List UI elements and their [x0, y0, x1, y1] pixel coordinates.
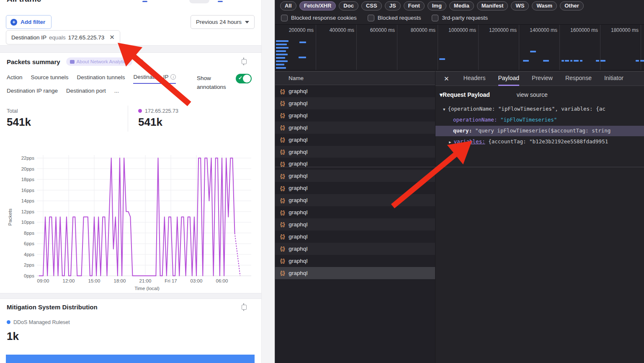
request-timeline-mark [600, 60, 605, 62]
filter-pill-other[interactable]: Other [560, 1, 584, 10]
request-row[interactable]: {;}graphql [275, 158, 435, 170]
ruler-tick-label: 1600000 ms [570, 27, 598, 33]
show-annotations-toggle[interactable]: ✓ [236, 74, 252, 83]
checkbox-label: Blocked requests [378, 15, 421, 21]
filter-pill-all[interactable]: All [280, 1, 296, 10]
tab-action[interactable]: Action [7, 74, 23, 84]
filter-value: 172.65.225.73 [68, 34, 104, 41]
add-filter-button[interactable]: + Add filter [6, 15, 52, 29]
request-row[interactable]: {;}graphql [275, 85, 435, 97]
request-timeline-mark [543, 60, 549, 62]
request-timeline-mark [299, 41, 306, 43]
svg-text:10pps: 10pps [21, 220, 35, 225]
json-braces-icon: {;} [280, 197, 284, 203]
scrollbar-gutter[interactable] [261, 0, 275, 363]
request-row[interactable]: {;}graphql [275, 109, 435, 122]
filter-pill-css[interactable]: CSS [361, 1, 382, 10]
checkbox-3rd-party-requests[interactable]: 3rd-party requests [432, 15, 488, 21]
filter-pill-media[interactable]: Media [449, 1, 474, 10]
total-value: 541k [7, 116, 31, 129]
filter-pill-manifest[interactable]: Manifest [477, 1, 508, 10]
expand-card-icon[interactable] [243, 57, 244, 65]
filter-chip[interactable]: Destination IP equals 172.65.225.73 ✕ [6, 30, 120, 44]
filter-pill-fetch-xhr[interactable]: Fetch/XHR [299, 1, 336, 10]
time-range-dropdown[interactable]: Previous 24 hours [191, 15, 255, 29]
request-row[interactable]: {;}graphql [275, 243, 435, 255]
request-row[interactable]: {;}graphql [275, 182, 435, 194]
ruler-segment: 1000000 ms [438, 25, 479, 70]
expand-triangle-icon[interactable]: ▶ [449, 140, 451, 144]
filter-pill-wasm[interactable]: Wasm [532, 1, 557, 10]
close-icon[interactable]: ✕ [444, 75, 449, 83]
ruler-segment: 1400000 ms [519, 25, 560, 70]
remove-filter-icon[interactable]: ✕ [109, 34, 115, 41]
request-timeline-mark [574, 60, 579, 62]
json-braces-icon: {;} [280, 233, 284, 239]
request-row[interactable]: {;}graphql [275, 231, 435, 243]
devtools-network-panel: AllFetch/XHRDocCSSJSFontImgMediaManifest… [275, 0, 644, 363]
svg-text:18pps: 18pps [21, 177, 35, 182]
request-name: graphql [289, 124, 307, 131]
request-payload-title[interactable]: ▾Request Payload [440, 91, 490, 98]
expand-card-icon[interactable] [243, 303, 244, 311]
request-row[interactable]: {;}graphql [275, 206, 435, 218]
tab--[interactable]: ... [114, 88, 119, 97]
tab-initiator[interactable]: Initiator [604, 71, 623, 86]
ruler-tick-label: 200000 ms [289, 27, 314, 33]
packets-summary-tabs-row2: Destination IP rangeDestination port... [7, 88, 119, 97]
tab-destination-ip-range[interactable]: Destination IP range [7, 88, 58, 97]
payload-variables-line[interactable]: ▶variables: {accountTag: "b12e3b2192ee55… [449, 138, 644, 145]
svg-text:16pps: 16pps [21, 188, 35, 193]
tab-payload[interactable]: Payload [498, 71, 520, 86]
request-row[interactable]: {;}graphql [275, 267, 435, 279]
checkbox-icon[interactable] [432, 15, 438, 21]
request-row[interactable]: {;}graphql [275, 122, 435, 134]
payload-query-line[interactable]: query: "query ipFlowTimeseries($accountT… [453, 127, 644, 134]
tab-response[interactable]: Response [565, 71, 592, 86]
checkbox-icon[interactable] [368, 15, 374, 21]
clipped-toolbar-artifact [142, 1, 147, 2]
json-braces-icon: {;} [280, 112, 284, 118]
mitigation-color-dot [7, 320, 10, 324]
network-timeline-overview[interactable]: 200000 ms400000 ms600000 ms800000 ms1000… [275, 24, 644, 70]
collapse-triangle-icon[interactable]: ▼ [443, 107, 445, 111]
request-row[interactable]: {;}graphql [275, 146, 435, 158]
series-legend: 172.65.225.73 [138, 108, 178, 114]
request-name: graphql [289, 185, 307, 191]
filter-pill-js[interactable]: JS [385, 1, 401, 10]
checkbox-icon[interactable] [281, 15, 288, 21]
tab-headers[interactable]: Headers [464, 71, 486, 86]
checkbox-blocked-requests[interactable]: Blocked requests [368, 15, 421, 21]
tab-preview[interactable]: Preview [532, 71, 553, 86]
request-timeline-mark [580, 60, 582, 62]
filter-pill-font[interactable]: Font [404, 1, 425, 10]
tab-destination-port[interactable]: Destination port [66, 88, 106, 97]
checkbox-blocked-response-cookies[interactable]: Blocked response cookies [281, 15, 357, 21]
request-row[interactable]: {;}graphql [275, 170, 435, 182]
ruler-segment: 1800000 ms [600, 25, 641, 70]
panel-divider-line [275, 167, 644, 167]
svg-text:18:00: 18:00 [114, 278, 126, 283]
tab-destination-tunnels[interactable]: Destination tunnels [77, 74, 125, 84]
svg-text:03:00: 03:00 [191, 278, 203, 283]
request-row[interactable]: {;}graphql [275, 134, 435, 146]
svg-text:22pps: 22pps [21, 156, 35, 161]
name-column-header[interactable]: Name [275, 71, 435, 85]
request-timeline-mark [640, 60, 644, 62]
view-source-link[interactable]: view source [517, 91, 548, 98]
section-divider [0, 293, 261, 299]
network-analytics-badge[interactable]: About Network Analytics [66, 57, 132, 66]
svg-text:6pps: 6pps [24, 241, 34, 246]
request-row[interactable]: {;}graphql [275, 255, 435, 267]
request-row[interactable]: {;}graphql [275, 97, 435, 109]
filter-pill-ws[interactable]: WS [511, 1, 529, 10]
tab-source-tunnels[interactable]: Source tunnels [31, 74, 69, 84]
request-name: graphql [289, 112, 307, 119]
request-row[interactable]: {;}graphql [275, 218, 435, 231]
payload-operationname-line[interactable]: operationName: "ipFlowTimeseries" [453, 117, 644, 123]
request-row[interactable]: {;}graphql [275, 194, 435, 206]
filter-pill-img[interactable]: Img [428, 1, 446, 10]
tab-destination-ip[interactable]: Destination IPi [133, 74, 176, 84]
payload-root-line[interactable]: ▼{operationName: "ipFlowTimeseries", var… [443, 106, 644, 112]
filter-pill-doc[interactable]: Doc [339, 1, 358, 10]
